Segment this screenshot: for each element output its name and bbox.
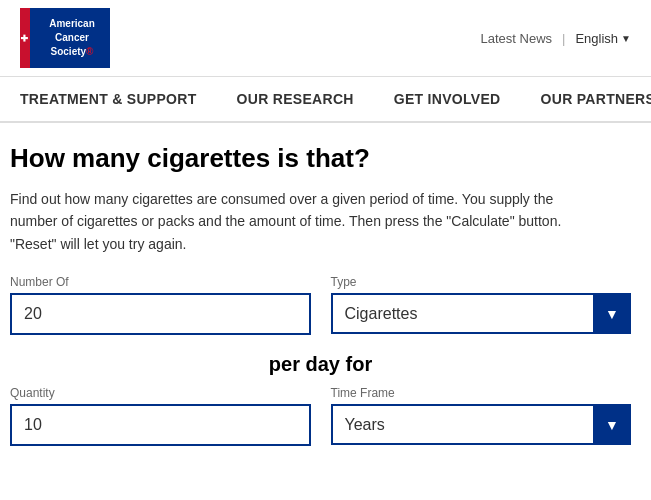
cigarettes-form-row: Number Of Type Cigarettes Packs ▼	[10, 275, 631, 335]
latest-news-link[interactable]: Latest News	[481, 31, 553, 46]
time-frame-select-wrapper: Days Weeks Months Years ▼	[331, 404, 632, 445]
language-label: English	[575, 31, 618, 46]
description: Find out how many cigarettes are consume…	[10, 188, 631, 255]
quantity-group: Quantity	[10, 386, 311, 446]
header-right: Latest News | English ▼	[481, 31, 631, 46]
number-of-group: Number Of	[10, 275, 311, 335]
type-select-wrapper: Cigarettes Packs ▼	[331, 293, 632, 334]
time-frame-group: Time Frame Days Weeks Months Years ▼	[331, 386, 632, 446]
quantity-label: Quantity	[10, 386, 311, 400]
type-group: Type Cigarettes Packs ▼	[331, 275, 632, 335]
nav-item-our-partners[interactable]: OUR PARTNERS	[521, 77, 651, 121]
type-select[interactable]: Cigarettes Packs	[331, 293, 632, 334]
logo-area: ✚ American Cancer Society®	[20, 8, 110, 68]
page-title: How many cigarettes is that?	[10, 143, 631, 174]
description-line3: "Reset" will let you try again.	[10, 236, 186, 252]
logo: ✚ American Cancer Society®	[20, 8, 110, 68]
logo-stripe: ✚	[20, 8, 30, 68]
main-nav: TREATMENT & SUPPORT OUR RESEARCH GET INV…	[0, 77, 651, 123]
nav-item-get-involved[interactable]: GET INVOLVED	[374, 77, 521, 121]
nav-item-our-research[interactable]: OUR RESEARCH	[217, 77, 374, 121]
main-content: How many cigarettes is that? Find out ho…	[0, 123, 651, 476]
time-form-row: Quantity Time Frame Days Weeks Months Ye…	[10, 386, 631, 446]
description-line1: Find out how many cigarettes are consume…	[10, 191, 553, 207]
quantity-input[interactable]	[10, 404, 311, 446]
language-arrow-icon: ▼	[621, 33, 631, 44]
language-selector[interactable]: English ▼	[575, 31, 631, 46]
description-line2: number of cigarettes or packs and the am…	[10, 213, 561, 229]
number-of-input[interactable]	[10, 293, 311, 335]
time-frame-label: Time Frame	[331, 386, 632, 400]
time-frame-select[interactable]: Days Weeks Months Years	[331, 404, 632, 445]
logo-text: American Cancer Society®	[35, 17, 95, 59]
type-label: Type	[331, 275, 632, 289]
per-day-row: per day for	[10, 353, 631, 376]
nav-item-treatment-support[interactable]: TREATMENT & SUPPORT	[0, 77, 217, 121]
number-of-label: Number Of	[10, 275, 311, 289]
header-divider: |	[562, 31, 565, 46]
per-day-label: per day for	[269, 353, 372, 375]
header: ✚ American Cancer Society® Latest News |…	[0, 0, 651, 77]
